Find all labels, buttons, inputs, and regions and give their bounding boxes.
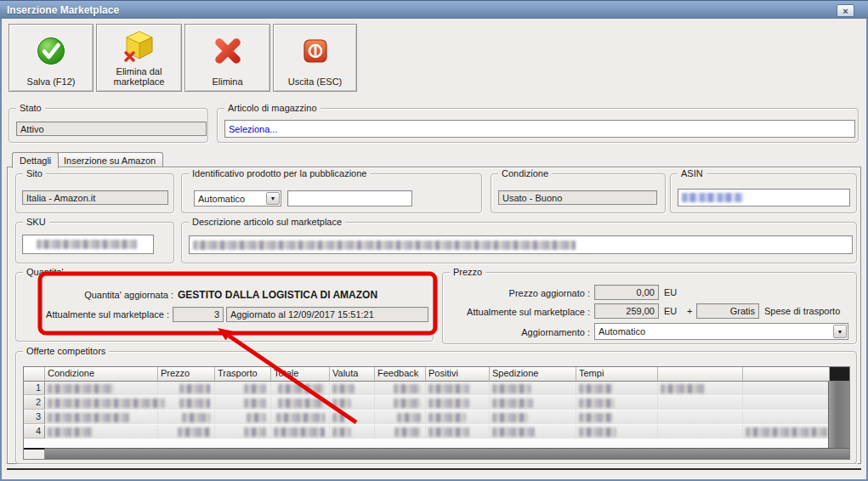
- table-cell[interactable]: [658, 382, 743, 395]
- table-cell[interactable]: [215, 410, 271, 424]
- column-header[interactable]: Trasporto: [215, 367, 271, 382]
- column-header[interactable]: Spedizione: [490, 367, 576, 382]
- column-header[interactable]: Valuta: [330, 367, 375, 382]
- tab-inserzione-su-amazon[interactable]: Inserzione su Amazon: [56, 152, 163, 167]
- row-number[interactable]: 3: [24, 410, 45, 424]
- table-cell[interactable]: [576, 382, 658, 395]
- table-cell[interactable]: [375, 425, 426, 439]
- table-cell[interactable]: [158, 396, 215, 410]
- condizione-label: Condizione: [498, 168, 552, 178]
- table-cell[interactable]: [375, 382, 426, 395]
- dialog-inserzione-marketplace: Inserzione Marketplace × Salva (F12): [0, 0, 868, 481]
- table-cell[interactable]: [45, 382, 158, 395]
- column-header[interactable]: Positivi: [426, 367, 490, 382]
- table-cell[interactable]: [658, 410, 743, 424]
- table-cell[interactable]: [426, 396, 490, 410]
- table-cell[interactable]: [271, 396, 330, 410]
- table-cell[interactable]: [426, 382, 490, 395]
- column-header[interactable]: Tempi: [576, 367, 658, 382]
- table-cell[interactable]: [490, 382, 576, 395]
- table-row[interactable]: 2: [24, 396, 849, 410]
- table-cell[interactable]: [743, 396, 830, 410]
- column-header[interactable]: Feedback: [375, 367, 426, 382]
- redacted-cell-value: [397, 413, 421, 422]
- column-header[interactable]: Condizione: [45, 367, 158, 382]
- table-cell[interactable]: [215, 425, 271, 439]
- articolo-select-field[interactable]: Seleziona...: [224, 120, 855, 138]
- asin-groupbox: ASIN: [670, 173, 857, 213]
- table-cell[interactable]: [426, 410, 490, 424]
- tab-dettagli[interactable]: Dettagli: [12, 152, 59, 168]
- quantita-marketplace-field: 3: [173, 307, 224, 322]
- table-cell[interactable]: [158, 410, 215, 424]
- table-row[interactable]: 3: [24, 410, 849, 425]
- table-cell[interactable]: [658, 396, 743, 410]
- table-cell[interactable]: [215, 382, 271, 395]
- prezzo-aggiornato-label: Prezzo aggiornato :: [460, 288, 590, 298]
- competitors-grid[interactable]: CondizionePrezzoTrasportoTotaleValutaFee…: [23, 366, 850, 460]
- quantita-updated-field: Aggiornato al 12/09/2017 15:51:21: [226, 307, 428, 322]
- redacted-cell-value: [332, 399, 351, 408]
- identificativo-dropdown[interactable]: Automatico ▼: [194, 190, 281, 207]
- delete-from-marketplace-button[interactable]: Elimina dal marketplace: [96, 24, 182, 92]
- table-cell[interactable]: [576, 425, 658, 439]
- sku-redacted-value: [37, 240, 137, 249]
- chevron-down-icon[interactable]: ▼: [833, 325, 847, 338]
- row-number[interactable]: 2: [24, 396, 45, 410]
- table-cell[interactable]: [45, 396, 158, 410]
- table-cell[interactable]: [490, 425, 576, 439]
- table-cell[interactable]: [215, 396, 271, 410]
- table-cell[interactable]: [490, 396, 576, 410]
- prezzo-marketplace-field: 259,00: [594, 303, 659, 319]
- redacted-cell-value: [182, 413, 210, 422]
- aggiornamento-dropdown[interactable]: Automatico ▼: [594, 323, 848, 340]
- table-cell[interactable]: [330, 425, 375, 439]
- table-cell[interactable]: [426, 425, 490, 439]
- exit-button[interactable]: Uscita (ESC): [273, 24, 357, 92]
- redacted-cell-value: [492, 427, 535, 437]
- chevron-down-icon[interactable]: ▼: [266, 192, 280, 205]
- column-header[interactable]: [24, 367, 45, 382]
- table-cell[interactable]: [375, 396, 426, 410]
- save-button[interactable]: Salva (F12): [9, 24, 94, 92]
- table-cell[interactable]: [45, 410, 158, 424]
- table-cell[interactable]: [743, 410, 830, 424]
- bottom-divider: [7, 468, 861, 470]
- table-cell[interactable]: [158, 382, 215, 395]
- table-row[interactable]: 4: [24, 425, 849, 439]
- table-cell[interactable]: [158, 425, 215, 439]
- table-cell[interactable]: [271, 425, 330, 439]
- sku-field[interactable]: [22, 235, 154, 254]
- delete-from-marketplace-label: Elimina dal marketplace: [97, 66, 181, 87]
- condizione-field: Usato - Buono: [498, 190, 657, 205]
- table-cell[interactable]: [576, 396, 658, 410]
- delete-button[interactable]: Elimina: [184, 24, 270, 92]
- table-cell[interactable]: [490, 410, 576, 424]
- descrizione-label: Descrizione articolo sul marketplace: [189, 217, 345, 227]
- table-cell[interactable]: [576, 410, 658, 424]
- redacted-cell-value: [579, 427, 616, 437]
- identificativo-text-field[interactable]: [287, 190, 412, 207]
- table-cell[interactable]: [743, 382, 830, 395]
- horizontal-scrollbar[interactable]: [45, 448, 849, 459]
- sku-groupbox: SKU: [15, 222, 174, 263]
- table-cell[interactable]: [743, 425, 830, 439]
- asin-field[interactable]: [678, 189, 850, 207]
- table-cell[interactable]: [271, 382, 330, 395]
- table-cell[interactable]: [375, 410, 426, 424]
- table-cell[interactable]: [330, 396, 375, 410]
- table-cell[interactable]: [271, 410, 330, 424]
- row-number[interactable]: 4: [24, 425, 45, 439]
- table-cell[interactable]: [330, 410, 375, 424]
- table-cell[interactable]: [658, 425, 743, 439]
- column-header[interactable]: Totale: [271, 367, 330, 382]
- row-number[interactable]: 1: [24, 382, 45, 395]
- prezzo-label: Prezzo: [450, 267, 485, 277]
- table-cell[interactable]: [45, 425, 158, 439]
- column-header[interactable]: Prezzo: [158, 367, 215, 382]
- column-header[interactable]: [743, 367, 830, 382]
- column-header[interactable]: [658, 367, 743, 382]
- sito-label: Sito: [23, 168, 46, 178]
- table-cell[interactable]: [330, 382, 375, 395]
- table-row[interactable]: 1: [24, 382, 849, 396]
